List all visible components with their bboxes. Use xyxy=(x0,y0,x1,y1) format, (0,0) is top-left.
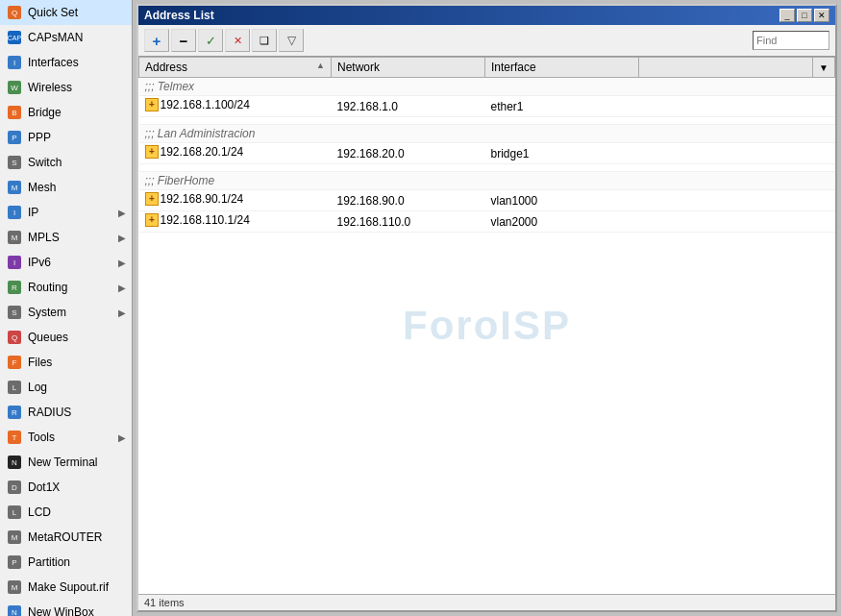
sidebar-item-interfaces[interactable]: I Interfaces xyxy=(0,50,132,75)
group-comment-2: ;;; FiberHome xyxy=(139,172,835,190)
sidebar-item-new-terminal[interactable]: N New Terminal xyxy=(0,450,132,475)
sidebar-item-wireless[interactable]: W Wireless xyxy=(0,75,132,100)
sidebar-item-mesh[interactable]: M Mesh xyxy=(0,175,132,200)
remove-button[interactable]: − xyxy=(171,29,196,52)
sidebar-label-ip: IP xyxy=(28,206,38,219)
sidebar-item-quick-set[interactable]: Q Quick Set xyxy=(0,0,132,25)
table-row[interactable]: + 192.168.110.1/24 192.168.110.0vlan2000 xyxy=(139,211,835,233)
main-area: Address List _ □ ✕ + − ✓ ✕ ❑ ▽ ForoISP xyxy=(133,0,841,616)
sidebar-label-interfaces: Interfaces xyxy=(28,56,79,69)
sidebar-label-new-terminal: New Terminal xyxy=(28,456,97,469)
sidebar-item-ip[interactable]: I IP▶ xyxy=(0,200,132,225)
sidebar-label-mesh: Mesh xyxy=(28,181,56,194)
sidebar-item-metarouter[interactable]: M MetaROUTER xyxy=(0,525,132,550)
sidebar-label-lcd: LCD xyxy=(28,505,51,519)
sidebar-item-switch[interactable]: S Switch xyxy=(0,150,132,175)
col-header-interface[interactable]: Interface xyxy=(485,58,639,78)
sidebar-item-tools[interactable]: T Tools▶ xyxy=(0,425,132,450)
tools-arrow-icon: ▶ xyxy=(118,432,126,443)
cell-network-2-1: 192.168.110.0 xyxy=(332,211,485,233)
col-header-address[interactable]: Address ▲ xyxy=(139,58,332,78)
sidebar-item-routing[interactable]: R Routing▶ xyxy=(0,275,132,300)
find-input[interactable] xyxy=(753,31,829,50)
sidebar-item-make-supout[interactable]: M Make Supout.rif xyxy=(0,575,132,600)
cell-scroll-2-1 xyxy=(813,211,835,233)
window-titlebar: Address List _ □ ✕ xyxy=(138,6,835,25)
svg-text:M: M xyxy=(12,583,18,592)
sidebar-label-make-supout: Make Supout.rif xyxy=(28,580,109,594)
table-row[interactable]: + 192.168.20.1/24 192.168.20.0bridge1 xyxy=(139,143,835,164)
col-header-network[interactable]: Network xyxy=(332,58,485,78)
new-winbox-icon: N xyxy=(6,604,23,616)
copy-button[interactable]: ❑ xyxy=(252,29,277,52)
sidebar-item-log[interactable]: L Log xyxy=(0,375,132,400)
routing-arrow-icon: ▶ xyxy=(118,283,126,293)
sidebar-item-lcd[interactable]: L LCD xyxy=(0,500,132,525)
sidebar-item-capsman[interactable]: CAPCAPsMAN xyxy=(0,25,132,50)
sidebar-item-queues[interactable]: Q Queues xyxy=(0,325,132,350)
group-comment-1: ;;; Lan Administracion xyxy=(139,125,835,143)
sidebar-item-system[interactable]: S System▶ xyxy=(0,300,132,325)
system-arrow-icon: ▶ xyxy=(118,308,126,318)
svg-text:P: P xyxy=(12,558,16,567)
sidebar-item-partition[interactable]: P Partition xyxy=(0,550,132,575)
enable-button[interactable]: ✓ xyxy=(198,29,223,52)
close-button[interactable]: ✕ xyxy=(814,9,829,22)
sidebar-label-ppp: PPP xyxy=(28,131,51,144)
minimize-button[interactable]: _ xyxy=(779,9,795,22)
sidebar-item-files[interactable]: F Files xyxy=(0,350,132,375)
ip-icon: I xyxy=(6,204,23,221)
routing-icon: R xyxy=(6,279,23,296)
sidebar-item-mpls[interactable]: M MPLS▶ xyxy=(0,225,132,250)
table-row[interactable]: + 192.168.1.100/24 192.168.1.0ether1 xyxy=(139,96,835,117)
col-header-extra xyxy=(639,58,813,78)
sidebar-item-radius[interactable]: R RADIUS xyxy=(0,400,132,425)
bridge-icon: B xyxy=(6,104,23,121)
table-header-row: Address ▲ Network Interface ▼ xyxy=(139,58,835,78)
sidebar-label-partition: Partition xyxy=(28,555,70,569)
sidebar-item-bridge[interactable]: B Bridge xyxy=(0,100,132,125)
cell-address-0-0: + 192.168.1.100/24 xyxy=(139,96,332,117)
sidebar-label-switch: Switch xyxy=(28,156,62,169)
sidebar-label-metarouter: MetaROUTER xyxy=(28,530,102,544)
disable-button[interactable]: ✕ xyxy=(225,29,250,52)
svg-text:+: + xyxy=(149,99,155,110)
svg-text:I: I xyxy=(13,209,15,217)
maximize-button[interactable]: □ xyxy=(797,9,812,22)
svg-text:S: S xyxy=(12,159,16,167)
table-row[interactable]: + 192.168.90.1/24 192.168.90.0vlan1000 xyxy=(139,190,835,211)
cell-interface-2-1: vlan2000 xyxy=(485,211,639,233)
svg-text:+: + xyxy=(149,146,155,157)
svg-text:D: D xyxy=(12,483,17,492)
interfaces-icon: I xyxy=(6,54,23,71)
metarouter-icon: M xyxy=(6,529,23,546)
mpls-icon: M xyxy=(6,229,23,246)
system-icon: S xyxy=(6,304,23,321)
svg-text:I: I xyxy=(13,59,15,67)
sidebar-label-routing: Routing xyxy=(28,281,67,294)
sidebar-item-ppp[interactable]: P PPP xyxy=(0,125,132,150)
sidebar-item-dot1x[interactable]: D Dot1X xyxy=(0,475,132,500)
items-count: 41 items xyxy=(144,597,185,608)
cell-scroll-0-0 xyxy=(813,96,835,117)
sidebar-label-system: System xyxy=(28,306,66,319)
sidebar-item-new-winbox[interactable]: N New WinBox xyxy=(0,600,132,616)
col-header-dropdown[interactable]: ▼ xyxy=(813,58,835,78)
cell-network-0-0: 192.168.1.0 xyxy=(332,96,485,117)
sidebar-label-wireless: Wireless xyxy=(28,81,72,94)
ipv6-arrow-icon: ▶ xyxy=(118,258,126,268)
add-button[interactable]: + xyxy=(144,29,169,52)
filter-button[interactable]: ▽ xyxy=(279,29,304,52)
svg-text:N: N xyxy=(12,458,17,467)
svg-text:M: M xyxy=(12,184,18,192)
capsman-icon: CAP xyxy=(6,29,23,46)
ppp-icon: P xyxy=(6,129,23,146)
cell-address-2-1: + 192.168.110.1/24 xyxy=(139,211,332,233)
address-table: Address ▲ Network Interface ▼ ;;; Telmex… xyxy=(138,57,835,233)
log-icon: L xyxy=(6,379,23,396)
table-container[interactable]: ForoISP Address ▲ Network Interface ▼ ;;… xyxy=(138,57,835,594)
sidebar-item-ipv6[interactable]: I IPv6▶ xyxy=(0,250,132,275)
svg-text:+: + xyxy=(149,214,155,225)
ipv6-icon: I xyxy=(6,254,23,271)
sidebar-label-bridge: Bridge xyxy=(28,106,62,119)
